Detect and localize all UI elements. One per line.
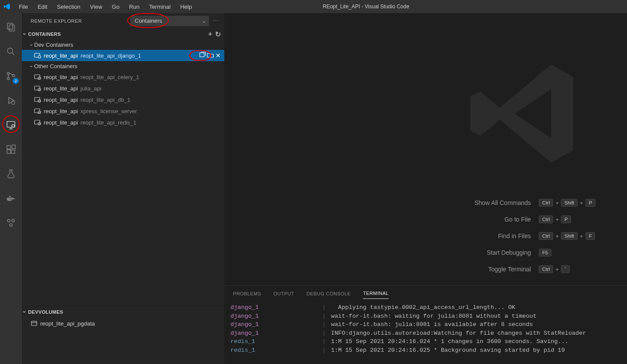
- container-detail: reopt_lite_api_redis_1: [80, 119, 136, 126]
- svg-point-28: [38, 100, 41, 102]
- dropdown-value: Containers: [135, 17, 162, 24]
- terminal-output[interactable]: django_1| Applying tastypie.0002_api_acc…: [224, 301, 627, 364]
- svg-point-4: [7, 78, 10, 80]
- menu-selection[interactable]: Selection: [53, 2, 84, 12]
- tab-debug-console[interactable]: DEBUG CONSOLE: [307, 288, 351, 299]
- chevron-down-icon: ›: [28, 44, 35, 46]
- svg-rect-12: [12, 145, 15, 149]
- svg-point-24: [38, 77, 41, 80]
- shortcut-label: Go to File: [474, 216, 531, 223]
- containers-section-header[interactable]: › CONTAINERS + ↻: [22, 28, 224, 40]
- container-detail: reopt_lite_api_db_1: [80, 97, 130, 103]
- section-label: Other Containers: [34, 63, 77, 69]
- panel-tabs: PROBLEMS OUTPUT DEBUG CONSOLE TERMINAL: [224, 286, 627, 301]
- activity-explorer[interactable]: [0, 17, 21, 38]
- svg-point-26: [38, 88, 41, 91]
- sidebar-title: REMOTE EXPLORER: [31, 18, 127, 24]
- container-name: reopt_lite_api: [44, 119, 78, 126]
- container-icon: [34, 52, 41, 59]
- shortcut-keys: Ctrl+`: [539, 265, 596, 273]
- menu-edit[interactable]: Edit: [34, 2, 51, 12]
- activity-remote-explorer[interactable]: [0, 114, 21, 135]
- container-detail: julia_api: [80, 85, 101, 92]
- dev-container-item[interactable]: reopt_lite_api reopt_lite_api_django_1 ✕: [22, 50, 224, 61]
- svg-point-3: [7, 73, 10, 75]
- activity-extensions[interactable]: [0, 139, 21, 160]
- other-container-item[interactable]: reopt_lite_api reopt_lite_api_redis_1: [22, 117, 224, 128]
- open-folder-icon[interactable]: [207, 52, 214, 60]
- chevron-down-icon: ›: [28, 66, 35, 67]
- svg-point-5: [13, 75, 15, 77]
- menu-go[interactable]: Go: [108, 2, 123, 12]
- devvolume-item[interactable]: reopt_lite_api_pgdata: [22, 318, 224, 329]
- volume-icon: [31, 320, 38, 327]
- tab-problems[interactable]: PROBLEMS: [233, 288, 261, 299]
- menu-terminal[interactable]: Terminal: [145, 2, 174, 12]
- refresh-icon[interactable]: ↻: [214, 29, 222, 39]
- svg-rect-16: [9, 196, 10, 197]
- dev-containers-header[interactable]: › Dev Containers: [22, 40, 224, 50]
- activity-testing[interactable]: [0, 163, 21, 184]
- shortcut-label: Show All Commands: [474, 199, 531, 206]
- container-name: reopt_lite_api: [44, 74, 78, 80]
- activity-kubernetes[interactable]: [0, 212, 21, 233]
- other-container-item[interactable]: reopt_lite_api julia_api: [22, 83, 224, 94]
- container-icon: [34, 73, 41, 80]
- activity-source-control[interactable]: 2: [0, 66, 21, 87]
- svg-rect-9: [7, 146, 10, 149]
- shortcut-label: Find in Files: [474, 232, 531, 239]
- menu-run[interactable]: Run: [125, 2, 143, 12]
- other-container-item[interactable]: reopt_lite_api reopt_lite_api_celery_1: [22, 71, 224, 83]
- close-icon[interactable]: ✕: [215, 52, 222, 59]
- activity-search[interactable]: [0, 41, 21, 62]
- container-detail: xpress_license_server: [80, 108, 137, 114]
- svg-rect-1: [9, 25, 14, 31]
- chevron-down-icon: ›: [21, 33, 28, 35]
- container-icon: [34, 96, 41, 103]
- container-name: reopt_lite_api: [44, 85, 78, 92]
- window-title: REopt_Lite_API - Visual Studio Code: [196, 3, 536, 10]
- svg-rect-22: [200, 53, 204, 57]
- activity-bar: 2: [0, 13, 22, 364]
- new-window-icon[interactable]: [199, 52, 206, 60]
- shortcut-label: Start Debugging: [474, 249, 531, 256]
- menu-bar: File Edit Selection View Go Run Terminal…: [15, 2, 196, 12]
- welcome-shortcuts: Show All Commands Ctrl+Shift+P Go to Fil…: [474, 199, 596, 273]
- tab-output[interactable]: OUTPUT: [273, 288, 294, 299]
- other-containers-header[interactable]: › Other Containers: [22, 61, 224, 71]
- more-actions-icon[interactable]: ⋯: [212, 17, 219, 24]
- sidebar: REMOTE EXPLORER Containers ⌄ ⋯ › CONTAIN…: [22, 13, 224, 364]
- svg-rect-10: [7, 150, 10, 153]
- chevron-down-icon: ⌄: [202, 17, 206, 24]
- tab-terminal[interactable]: TERMINAL: [363, 288, 389, 299]
- section-label: DEVVOLUMES: [28, 309, 63, 315]
- svg-rect-11: [11, 150, 15, 153]
- container-icon: [34, 107, 41, 114]
- remote-type-dropdown[interactable]: Containers ⌄: [130, 16, 209, 26]
- editor-empty: Show All Commands Ctrl+Shift+P Go to Fil…: [224, 13, 627, 285]
- container-name: reopt_lite_api: [44, 52, 78, 59]
- other-container-item[interactable]: reopt_lite_api reopt_lite_api_db_1: [22, 94, 224, 105]
- other-container-item[interactable]: reopt_lite_api xpress_license_server: [22, 105, 224, 117]
- svg-point-30: [38, 111, 41, 114]
- svg-point-21: [38, 55, 41, 58]
- svg-rect-33: [31, 321, 37, 326]
- vscode-logo-icon: [3, 3, 10, 10]
- svg-rect-0: [7, 23, 13, 29]
- devvolumes-section-header[interactable]: › DEVVOLUMES: [22, 306, 224, 318]
- activity-docker[interactable]: [0, 188, 21, 209]
- menu-view[interactable]: View: [86, 2, 106, 12]
- editor-area: Show All Commands Ctrl+Shift+P Go to Fil…: [224, 13, 627, 364]
- new-container-icon[interactable]: +: [207, 29, 213, 39]
- activity-run-debug[interactable]: [0, 90, 21, 111]
- menu-help[interactable]: Help: [176, 2, 196, 12]
- source-control-badge: 2: [13, 78, 19, 84]
- svg-point-19: [10, 224, 12, 226]
- svg-point-18: [12, 219, 14, 222]
- shortcut-keys: Ctrl+Shift+P: [539, 199, 596, 207]
- vscode-watermark-icon: [463, 52, 585, 175]
- svg-point-6: [11, 101, 15, 104]
- menu-file[interactable]: File: [15, 2, 32, 12]
- volume-name: reopt_lite_api_pgdata: [40, 320, 95, 327]
- svg-point-17: [7, 219, 10, 222]
